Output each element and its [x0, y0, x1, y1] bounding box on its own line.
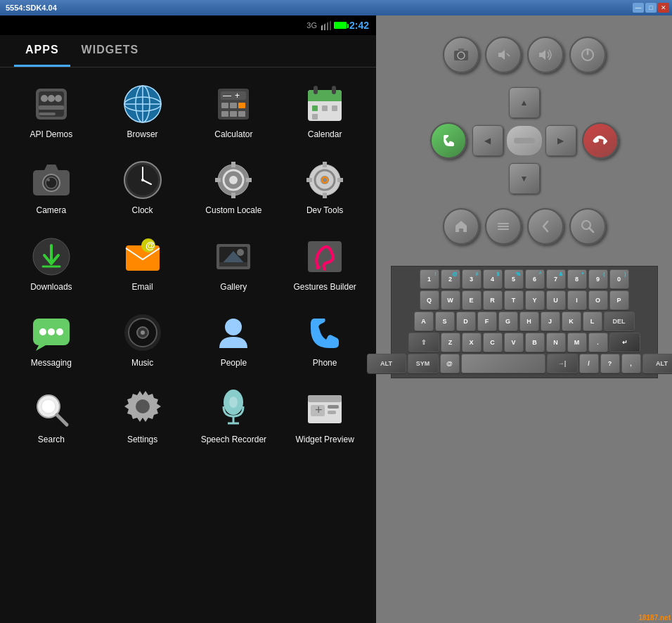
key-slash[interactable]: /	[579, 354, 599, 373]
key-7[interactable]: &7	[546, 269, 566, 289]
key-space[interactable]	[461, 354, 545, 373]
key-p[interactable]: P	[609, 290, 629, 310]
key-alt-right[interactable]: ALT	[642, 354, 673, 373]
key-question[interactable]: ?	[600, 354, 620, 373]
key-t[interactable]: T	[504, 290, 524, 310]
dpad-up-button[interactable]: ▲	[509, 87, 540, 118]
key-o[interactable]: O	[588, 290, 608, 310]
power-button[interactable]	[569, 37, 606, 73]
app-item-downloads[interactable]: Downloads	[7, 227, 96, 300]
app-item-calculator[interactable]: —+ Calculator	[190, 75, 278, 148]
app-item-phone[interactable]: Phone	[280, 303, 369, 376]
svg-rect-48	[231, 162, 235, 167]
app-item-api-demos[interactable]: API Demos	[7, 75, 96, 148]
key-w[interactable]: W	[441, 290, 460, 310]
app-item-search[interactable]: Search	[7, 380, 96, 453]
key-a[interactable]: A	[414, 312, 434, 331]
key-4[interactable]: $4	[483, 269, 503, 289]
key-1[interactable]: !1	[420, 269, 439, 289]
home-button[interactable]	[443, 208, 479, 245]
key-r[interactable]: R	[483, 290, 503, 310]
key-y[interactable]: Y	[525, 290, 545, 310]
svg-point-75	[48, 328, 55, 335]
dpad-left-button[interactable]: ◀	[472, 125, 503, 156]
keyboard-row-numbers: !1 @2 #3 $4 %5 ^6 &7 *8 (9 )0	[394, 269, 654, 289]
dpad-right-button[interactable]: ▶	[545, 125, 576, 156]
key-q[interactable]: Q	[420, 290, 439, 310]
app-item-email[interactable]: @ Email	[98, 227, 187, 300]
key-l[interactable]: L	[583, 312, 602, 331]
key-e[interactable]: E	[462, 290, 482, 310]
key-shift[interactable]: ⇧	[408, 333, 439, 352]
tab-widgets[interactable]: WIDGETS	[70, 35, 150, 67]
volume-down-button[interactable]	[485, 37, 522, 73]
key-h[interactable]: H	[519, 312, 539, 331]
key-d[interactable]: D	[456, 312, 476, 331]
key-0[interactable]: )0	[609, 269, 629, 289]
key-9[interactable]: (9	[588, 269, 608, 289]
app-item-music[interactable]: Music	[98, 303, 187, 376]
key-sym[interactable]: SYM	[408, 354, 439, 373]
key-m[interactable]: M	[567, 333, 587, 352]
dpad-down-button[interactable]: ▼	[509, 163, 540, 194]
signal-icon	[320, 20, 331, 30]
key-alt-left[interactable]: ALT	[367, 354, 406, 373]
svg-rect-10	[39, 113, 56, 115]
key-comma[interactable]: ,	[621, 354, 641, 373]
tab-apps[interactable]: APPS	[14, 35, 70, 67]
search-hw-button[interactable]	[569, 208, 606, 245]
app-item-calendar[interactable]: Calendar	[280, 75, 369, 148]
call-button[interactable]	[430, 122, 467, 159]
close-button[interactable]: ✕	[658, 3, 669, 13]
app-label-email: Email	[132, 282, 153, 292]
key-j[interactable]: J	[541, 312, 560, 331]
app-item-speech-recorder[interactable]: Speech Recorder	[190, 380, 278, 453]
camera-button[interactable]	[443, 37, 479, 73]
app-item-settings[interactable]: Settings	[98, 380, 187, 453]
key-6[interactable]: ^6	[525, 269, 545, 289]
maximize-button[interactable]: □	[645, 3, 657, 13]
key-3[interactable]: #3	[462, 269, 482, 289]
app-item-widget-preview[interactable]: + Widget Preview	[280, 380, 369, 453]
key-k[interactable]: K	[562, 312, 581, 331]
key-enter[interactable]: ↵	[609, 333, 640, 352]
app-item-custom-locale[interactable]: Custom Locale	[190, 150, 278, 224]
key-dot[interactable]: .	[588, 333, 608, 352]
end-call-button[interactable]	[582, 122, 619, 159]
key-v[interactable]: V	[504, 333, 524, 352]
key-u[interactable]: U	[546, 290, 566, 310]
dpad-center-button[interactable]	[506, 125, 543, 156]
app-item-messaging[interactable]: Messaging	[7, 303, 96, 376]
key-at[interactable]: @	[440, 354, 460, 373]
key-8[interactable]: *8	[567, 269, 587, 289]
menu-button[interactable]	[485, 208, 522, 245]
app-item-dev-tools[interactable]: Dev Tools	[280, 150, 369, 224]
key-f[interactable]: F	[477, 312, 497, 331]
key-s[interactable]: S	[435, 312, 455, 331]
minimize-button[interactable]: —	[633, 3, 644, 13]
key-5[interactable]: %5	[504, 269, 524, 289]
app-item-gestures-builder[interactable]: Gestures Builder	[280, 227, 369, 300]
key-del[interactable]: DEL	[604, 312, 635, 331]
key-n[interactable]: N	[546, 333, 566, 352]
app-item-gallery[interactable]: Gallery	[190, 227, 278, 300]
volume-up-button[interactable]	[527, 37, 564, 73]
svg-point-76	[56, 328, 63, 335]
key-x[interactable]: X	[462, 333, 482, 352]
app-item-people[interactable]: People	[190, 303, 278, 376]
key-2[interactable]: @2	[441, 269, 460, 289]
app-item-camera[interactable]: Camera	[7, 150, 96, 224]
key-b[interactable]: B	[525, 333, 545, 352]
key-arrow[interactable]: →|	[547, 354, 578, 373]
app-item-browser[interactable]: Browser	[98, 75, 187, 148]
back-button[interactable]	[527, 208, 564, 245]
app-icon-settings	[122, 388, 164, 430]
app-label-settings: Settings	[127, 435, 157, 444]
key-i[interactable]: I	[567, 290, 587, 310]
app-label-phone: Phone	[313, 358, 337, 368]
key-c[interactable]: C	[483, 333, 503, 352]
svg-rect-35	[312, 114, 318, 120]
key-z[interactable]: Z	[441, 333, 460, 352]
key-g[interactable]: G	[498, 312, 518, 331]
app-item-clock[interactable]: Clock	[98, 150, 187, 224]
